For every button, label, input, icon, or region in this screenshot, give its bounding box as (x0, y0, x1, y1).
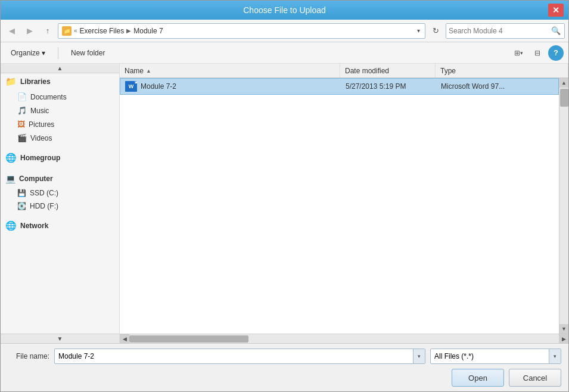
music-label: Music (30, 107, 49, 115)
cancel-button[interactable]: Cancel (509, 369, 561, 387)
col-name-label: Name (125, 67, 144, 75)
hscroll-right-button[interactable]: ▶ (559, 334, 568, 344)
column-header-row: Name ▲ Date modified Type (120, 64, 568, 78)
layout-button[interactable]: ⊟ (529, 45, 546, 61)
pictures-icon: 🖼 (17, 120, 25, 129)
file-type-cell: Microsoft Word 97... (436, 82, 558, 91)
new-folder-button[interactable]: New folder (66, 46, 110, 60)
homegroup-icon: 🌐 (5, 153, 17, 163)
scroll-down-button[interactable]: ▼ (559, 324, 569, 334)
organize-button[interactable]: Organize ▾ (5, 46, 51, 60)
dialog-window: Choose File to Upload ✕ ◀ ▶ ↑ 📁 « Exerci… (0, 0, 569, 392)
path-dropdown-button[interactable]: ▾ (416, 27, 421, 34)
sidebar-item-libraries[interactable]: 📁 Libraries (1, 73, 119, 90)
hscroll-track[interactable] (129, 335, 559, 343)
refresh-button[interactable]: ↻ (428, 23, 443, 39)
up-button[interactable]: ↑ (40, 23, 55, 39)
sidebar-scroll-up[interactable]: ▲ (1, 64, 119, 73)
forward-button[interactable]: ▶ (22, 23, 38, 39)
buttons-row: Open Cancel (8, 369, 561, 387)
path-separator-1: « (74, 27, 77, 34)
close-button[interactable]: ✕ (548, 4, 564, 17)
address-path[interactable]: 📁 « Exercise Files ▶ Module 7 ▾ (58, 23, 425, 39)
sidebar-scroll-down[interactable]: ▼ (1, 334, 119, 343)
sidebar-item-videos[interactable]: 🎬 Videos (1, 131, 119, 145)
open-button[interactable]: Open (452, 369, 504, 387)
help-button[interactable]: ? (548, 45, 564, 61)
search-button[interactable]: 🔍 (550, 26, 562, 35)
documents-icon: 📄 (17, 92, 27, 101)
computer-icon: 💻 (5, 174, 15, 183)
sort-arrow-name: ▲ (146, 68, 151, 74)
layout-icon: ⊟ (534, 49, 540, 57)
column-header-date[interactable]: Date modified (340, 64, 436, 77)
main-content: ▲ 📁 Libraries 📄 Documents 🎵 Music 🖼 Pict… (1, 64, 568, 343)
file-list: W Module 7-2 5/27/2013 5:19 PM Microsoft… (120, 78, 559, 334)
sidebar: ▲ 📁 Libraries 📄 Documents 🎵 Music 🖼 Pict… (1, 64, 120, 343)
filetype-dropdown-button[interactable]: ▾ (549, 349, 561, 363)
pictures-label: Pictures (29, 120, 54, 129)
toolbar-right: ⊞ ▾ ⊟ ? (510, 45, 564, 61)
sidebar-item-pictures[interactable]: 🖼 Pictures (1, 117, 119, 131)
title-bar: Choose File to Upload ✕ (1, 1, 568, 20)
folder-icon: 📁 (62, 26, 71, 36)
filename-dropdown-button[interactable]: ▾ (413, 349, 425, 363)
computer-label: Computer (19, 175, 53, 183)
libraries-label: Libraries (20, 77, 51, 86)
filename-row: File name: ▾ All Files (*.*) ▾ (8, 349, 561, 364)
col-type-label: Type (440, 67, 456, 75)
documents-label: Documents (30, 93, 67, 101)
view-dropdown-arrow: ▾ (520, 50, 523, 56)
sidebar-item-homegroup[interactable]: 🌐 Homegroup (1, 150, 119, 166)
homegroup-label: Homegroup (20, 154, 60, 162)
scroll-up-button[interactable]: ▲ (559, 78, 569, 88)
filetype-label: All Files (*.*) (431, 352, 549, 360)
libraries-icon: 📁 (5, 76, 17, 87)
bottom-bar: File name: ▾ All Files (*.*) ▾ Open Canc… (1, 343, 568, 391)
back-button[interactable]: ◀ (4, 23, 20, 39)
view-icon: ⊞ (514, 49, 520, 57)
file-icon-label: W (129, 83, 134, 89)
address-bar: ◀ ▶ ↑ 📁 « Exercise Files ▶ Module 7 ▾ ↻ … (1, 20, 568, 42)
vertical-scrollbar: ▲ ▼ (559, 78, 568, 334)
network-icon: 🌐 (5, 220, 17, 231)
sidebar-divider-3 (1, 213, 119, 217)
column-header-type[interactable]: Type (436, 64, 568, 77)
sidebar-item-music[interactable]: 🎵 Music (1, 104, 119, 117)
horizontal-scrollbar: ◀ ▶ (120, 334, 568, 343)
dialog-title: Choose File to Upload (21, 5, 548, 15)
filename-input-wrap: ▾ (54, 349, 425, 364)
sidebar-item-ssd[interactable]: 💾 SSD (C:) (1, 186, 119, 200)
sidebar-item-computer[interactable]: 💻 Computer (1, 171, 119, 186)
filename-input[interactable] (55, 352, 413, 360)
toolbar: Organize ▾ New folder ⊞ ▾ ⊟ ? (1, 42, 568, 64)
search-input[interactable] (449, 27, 550, 35)
path-exercise-files: Exercise Files (80, 27, 125, 35)
view-toggle-button[interactable]: ⊞ ▾ (510, 45, 527, 61)
scroll-thumb[interactable] (560, 89, 568, 107)
hscroll-thumb[interactable] (129, 335, 248, 343)
table-row[interactable]: W Module 7-2 5/27/2013 5:19 PM Microsoft… (120, 78, 559, 95)
sidebar-item-hdd[interactable]: 💽 HDD (F:) (1, 200, 119, 213)
file-name: Module 7-2 (141, 82, 176, 91)
filetype-select-wrap: All Files (*.*) ▾ (430, 349, 561, 364)
hscroll-left-button[interactable]: ◀ (120, 334, 129, 344)
sidebar-divider-1 (1, 145, 119, 150)
file-type: Microsoft Word 97... (441, 82, 505, 91)
sidebar-item-network[interactable]: 🌐 Network (1, 217, 119, 234)
sidebar-item-documents[interactable]: 📄 Documents (1, 90, 119, 104)
file-area-inner: W Module 7-2 5/27/2013 5:19 PM Microsoft… (120, 78, 568, 334)
network-label: Network (20, 222, 48, 230)
file-name-cell: W Module 7-2 (120, 81, 341, 92)
file-date: 5/27/2013 5:19 PM (346, 82, 406, 91)
file-icon: W (125, 81, 137, 92)
music-icon: 🎵 (17, 106, 27, 115)
path-arrow-1: ▶ (126, 27, 131, 34)
column-header-name[interactable]: Name ▲ (120, 64, 340, 77)
sidebar-divider-2 (1, 166, 119, 171)
hdd-icon: 💽 (17, 202, 26, 210)
file-date-cell: 5/27/2013 5:19 PM (341, 82, 436, 91)
videos-icon: 🎬 (17, 133, 27, 142)
hdd-label: HDD (F:) (30, 202, 58, 210)
col-date-label: Date modified (345, 67, 389, 75)
